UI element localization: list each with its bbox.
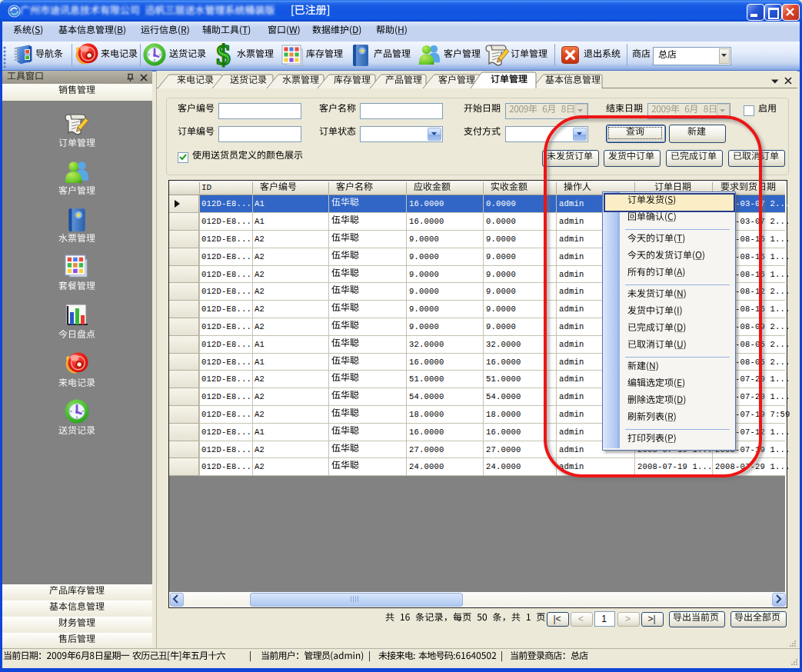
svg-text:$: $ <box>216 43 231 68</box>
